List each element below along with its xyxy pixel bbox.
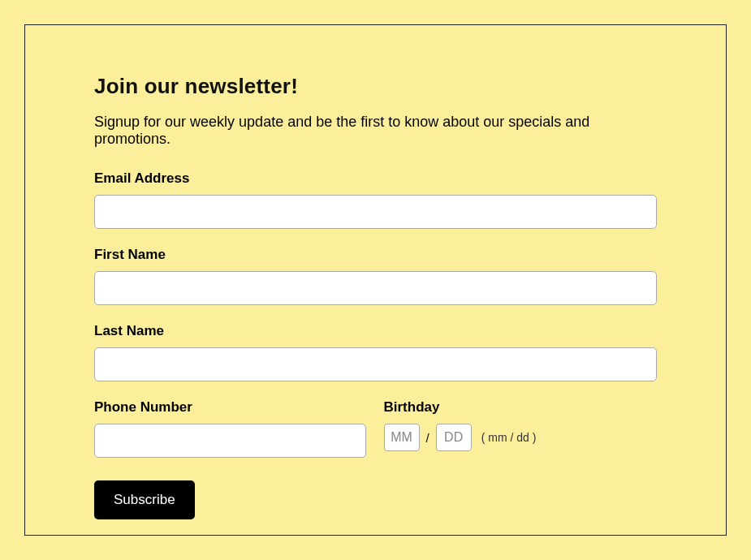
birthday-label: Birthday [384, 399, 658, 416]
birthday-month-input[interactable] [384, 424, 420, 451]
birthday-hint: ( mm / dd ) [481, 431, 537, 444]
birthday-day-input[interactable] [436, 424, 472, 451]
email-input[interactable] [94, 195, 657, 229]
last-name-input[interactable] [94, 347, 657, 381]
newsletter-form-panel: Join our newsletter! Signup for our week… [24, 24, 727, 536]
subscribe-button[interactable]: Subscribe [94, 480, 195, 519]
form-title: Join our newsletter! [94, 74, 657, 99]
last-name-field-group: Last Name [94, 323, 657, 381]
first-name-label: First Name [94, 247, 657, 263]
email-field-group: Email Address [94, 170, 657, 229]
first-name-input[interactable] [94, 271, 657, 305]
first-name-field-group: First Name [94, 247, 657, 305]
birthday-separator: / [426, 431, 429, 445]
email-label: Email Address [94, 170, 657, 187]
phone-input[interactable] [94, 424, 366, 458]
phone-field-group: Phone Number [94, 399, 368, 458]
phone-label: Phone Number [94, 399, 368, 416]
birthday-field-group: Birthday / ( mm / dd ) [384, 399, 658, 458]
last-name-label: Last Name [94, 323, 657, 339]
form-subtitle: Signup for our weekly update and be the … [94, 114, 657, 148]
